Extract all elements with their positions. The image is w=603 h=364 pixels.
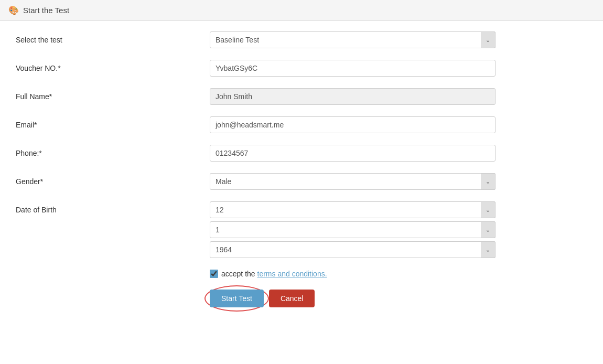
- select-test-row: Select the test Baseline Test Advanced T…: [16, 31, 587, 48]
- email-label: Email*: [16, 121, 210, 129]
- phone-row: Phone:*: [16, 145, 587, 162]
- select-test-wrapper: Baseline Test Advanced Test Standard Tes…: [210, 31, 496, 48]
- start-button-wrapper: Start Test: [210, 290, 264, 307]
- buttons-row: Start Test Cancel: [210, 290, 587, 307]
- page-header: 🎨 Start the Test: [0, 0, 603, 21]
- start-test-button[interactable]: Start Test: [210, 290, 264, 307]
- voucher-label: Voucher NO.*: [16, 64, 210, 72]
- gender-dropdown[interactable]: Male Female Other: [210, 173, 496, 190]
- header-icon: 🎨: [8, 5, 19, 15]
- dob-month-wrapper: 12345 678910 1112 ⌄: [210, 221, 496, 238]
- dob-month-dropdown[interactable]: 12345 678910 1112: [210, 221, 496, 238]
- gender-label: Gender*: [16, 177, 210, 186]
- dob-day-dropdown[interactable]: 12 12345 678910 11131415 1617181920 2122…: [210, 201, 496, 218]
- gender-row: Gender* Male Female Other ⌄: [16, 173, 587, 190]
- terms-label: accept the terms and conditions.: [221, 270, 327, 278]
- select-test-label: Select the test: [16, 36, 210, 44]
- dob-year-dropdown[interactable]: 196419631965: [210, 241, 496, 258]
- terms-link[interactable]: terms and conditions.: [257, 270, 327, 278]
- terms-checkbox-row: accept the terms and conditions.: [210, 270, 587, 278]
- fullname-input[interactable]: [210, 88, 496, 105]
- gender-wrapper: Male Female Other ⌄: [210, 173, 496, 190]
- fullname-label: Full Name*: [16, 92, 210, 101]
- voucher-row: Voucher NO.*: [16, 60, 587, 77]
- email-input[interactable]: [210, 116, 496, 133]
- dob-year-wrapper: 196419631965 ⌄: [210, 241, 496, 258]
- terms-checkbox[interactable]: [210, 270, 218, 278]
- phone-input[interactable]: [210, 145, 496, 162]
- fullname-row: Full Name*: [16, 88, 587, 105]
- email-row: Email*: [16, 116, 587, 133]
- select-test-dropdown[interactable]: Baseline Test Advanced Test Standard Tes…: [210, 31, 496, 48]
- dob-day-wrapper: 12 12345 678910 11131415 1617181920 2122…: [210, 201, 496, 218]
- voucher-input[interactable]: [210, 60, 496, 77]
- phone-label: Phone:*: [16, 149, 210, 157]
- dob-selects: 12 12345 678910 11131415 1617181920 2122…: [210, 201, 496, 258]
- dob-label: Date of Birth: [16, 201, 210, 214]
- page-title: Start the Test: [23, 6, 69, 15]
- form-container: Select the test Baseline Test Advanced T…: [0, 21, 603, 318]
- dob-row: Date of Birth 12 12345 678910 11131415 1…: [16, 201, 587, 258]
- cancel-button[interactable]: Cancel: [269, 290, 315, 307]
